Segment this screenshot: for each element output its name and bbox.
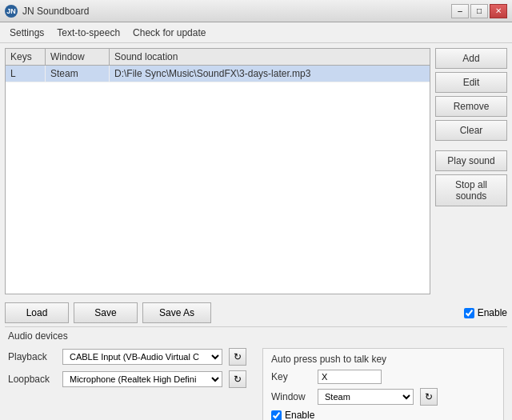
playback-group: Playback CABLE Input (VB-Audio Virtual C…: [8, 348, 246, 366]
sounds-table: Keys Window Sound location L Steam D:\Fi…: [5, 48, 430, 294]
menu-check-for-update[interactable]: Check for update: [126, 26, 212, 40]
auto-enable-row: Enable: [271, 410, 495, 420]
menu-settings[interactable]: Settings: [3, 26, 50, 40]
main-content: Keys Window Sound location L Steam D:\Fi…: [0, 43, 512, 299]
maximize-button[interactable]: □: [470, 4, 488, 18]
audio-devices-left: Playback CABLE Input (VB-Audio Virtual C…: [8, 348, 246, 420]
stop-all-sounds-button[interactable]: Stop all sounds: [435, 174, 507, 206]
row-sound-location: D:\File Sync\Music\SoundFX\3-days-later.…: [110, 66, 430, 82]
app-icon-text: JN: [6, 7, 16, 15]
col-header-sound-location: Sound location: [110, 49, 430, 65]
audio-devices-title: Audio devices: [0, 327, 512, 343]
title-bar-controls: – □ ✕: [451, 4, 507, 18]
auto-window-refresh-button[interactable]: ↻: [420, 388, 438, 406]
auto-window-label: Window: [271, 391, 311, 402]
playback-refresh-button[interactable]: ↻: [229, 348, 246, 366]
menu-text-to-speech[interactable]: Text-to-speech: [50, 26, 126, 40]
load-button[interactable]: Load: [5, 302, 69, 323]
loopback-select[interactable]: Microphone (Realtek High Defini: [62, 371, 222, 387]
title-bar-left: JN JN Soundboard: [5, 5, 89, 18]
play-sound-button[interactable]: Play sound: [435, 150, 507, 171]
loopback-group: Loopback Microphone (Realtek High Defini…: [8, 370, 246, 388]
audio-section: Playback CABLE Input (VB-Audio Virtual C…: [0, 343, 512, 420]
row-window: Steam: [46, 66, 110, 82]
playback-select[interactable]: CABLE Input (VB-Audio Virtual C: [62, 349, 222, 365]
col-header-keys: Keys: [6, 49, 46, 65]
action-buttons-panel: Add Edit Remove Clear Play sound Stop al…: [435, 48, 507, 294]
auto-key-row: Key: [271, 370, 495, 384]
auto-press-section: Auto press push to talk key Key Window S…: [262, 348, 504, 420]
close-button[interactable]: ✕: [490, 4, 507, 18]
table-row[interactable]: L Steam D:\File Sync\Music\SoundFX\3-day…: [6, 66, 430, 82]
enable-checkbox[interactable]: [464, 308, 474, 318]
window-title: JN Soundboard: [22, 6, 89, 17]
edit-button[interactable]: Edit: [435, 72, 507, 93]
auto-press-title: Auto press push to talk key: [271, 354, 495, 365]
app-icon: JN: [5, 5, 18, 18]
table-header: Keys Window Sound location: [6, 49, 430, 66]
playback-label: Playback: [8, 351, 56, 362]
bottom-buttons: Load Save Save As Enable: [0, 299, 512, 326]
enable-section: Enable: [464, 307, 507, 318]
auto-enable-label: Enable: [285, 410, 314, 420]
clear-button[interactable]: Clear: [435, 120, 507, 141]
menu-bar: Settings Text-to-speech Check for update: [0, 22, 512, 43]
remove-button[interactable]: Remove: [435, 96, 507, 117]
add-button[interactable]: Add: [435, 48, 507, 69]
auto-enable-checkbox[interactable]: [271, 410, 282, 421]
row-key: L: [6, 66, 46, 82]
title-bar: JN JN Soundboard – □ ✕: [0, 0, 512, 22]
save-as-button[interactable]: Save As: [142, 302, 211, 323]
save-button[interactable]: Save: [74, 302, 138, 323]
col-header-window: Window: [46, 49, 110, 65]
enable-label: Enable: [478, 307, 507, 318]
auto-window-row: Window Steam ↻: [271, 388, 495, 406]
loopback-refresh-button[interactable]: ↻: [229, 370, 246, 388]
auto-key-label: Key: [271, 371, 311, 382]
auto-window-select[interactable]: Steam: [318, 389, 414, 405]
auto-key-input[interactable]: [318, 370, 382, 384]
minimize-button[interactable]: –: [451, 4, 469, 18]
loopback-label: Loopback: [8, 374, 56, 385]
